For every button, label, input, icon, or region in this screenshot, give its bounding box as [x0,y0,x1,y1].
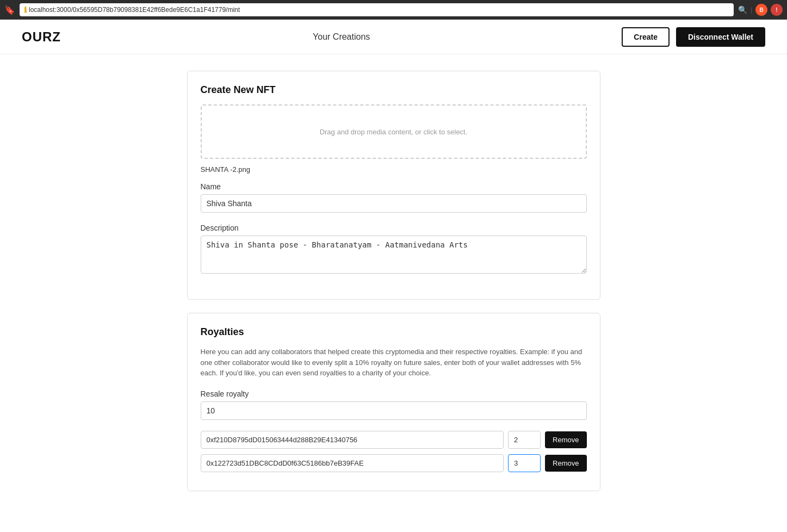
drop-zone-text: Drag and drop media content, or click to… [320,128,468,136]
resale-royalty-label: Resale royalty [201,389,587,398]
header-actions: Create Disconnect Wallet [622,27,765,47]
url-text: localhost:3000/0x56595D78b79098381E42ff6… [29,6,240,14]
app-logo: OURZ [22,29,61,45]
name-group: Name [201,182,587,213]
description-label: Description [201,224,587,232]
file-name: SHANTA -2.png [201,165,587,174]
royalties-description: Here you can add any collaborators that … [201,347,587,379]
collaborator-address-1[interactable] [201,431,504,449]
browser-actions: 🔍 | B ! [738,4,783,16]
separator: | [751,6,752,14]
brave-icon: B [755,4,767,16]
remove-collaborator-2-button[interactable]: Remove [545,455,586,472]
media-drop-zone[interactable]: Drag and drop media content, or click to… [201,104,587,159]
collaborator-row-1: Remove [201,431,587,449]
resale-royalty-input[interactable] [201,401,587,420]
collaborator-percent-1[interactable] [508,431,541,449]
description-group: Description Shiva in Shanta pose - Bhara… [201,224,587,275]
app-header: OURZ Your Creations Create Disconnect Wa… [0,20,787,54]
main-content: Create New NFT Drag and drop media conte… [176,54,611,532]
collaborator-address-2[interactable] [201,454,504,472]
collaborator-percent-2[interactable] [508,454,541,472]
search-icon[interactable]: 🔍 [738,5,747,14]
nav-title: Your Creations [313,32,370,42]
alert-icon: ! [771,4,783,16]
create-nft-title: Create New NFT [201,84,587,96]
info-icon: ℹ [24,5,27,14]
collaborator-row-2: Remove [201,454,587,472]
name-label: Name [201,182,587,191]
create-button[interactable]: Create [622,27,670,47]
royalties-card: Royalties Here you can add any collabora… [187,313,600,491]
remove-collaborator-1-button[interactable]: Remove [545,431,586,448]
description-input[interactable]: Shiva in Shanta pose - Bharatanatyam - A… [201,236,587,274]
name-input[interactable] [201,194,587,213]
create-nft-card: Create New NFT Drag and drop media conte… [187,71,600,300]
disconnect-wallet-button[interactable]: Disconnect Wallet [676,27,765,47]
url-bar[interactable]: ℹ localhost:3000/0x56595D78b79098381E42f… [20,3,734,16]
bookmark-icon: 🔖 [4,5,15,15]
browser-bar: 🔖 ℹ localhost:3000/0x56595D78b79098381E4… [0,0,787,20]
resale-royalty-group: Resale royalty [201,389,587,420]
royalties-title: Royalties [201,326,587,338]
